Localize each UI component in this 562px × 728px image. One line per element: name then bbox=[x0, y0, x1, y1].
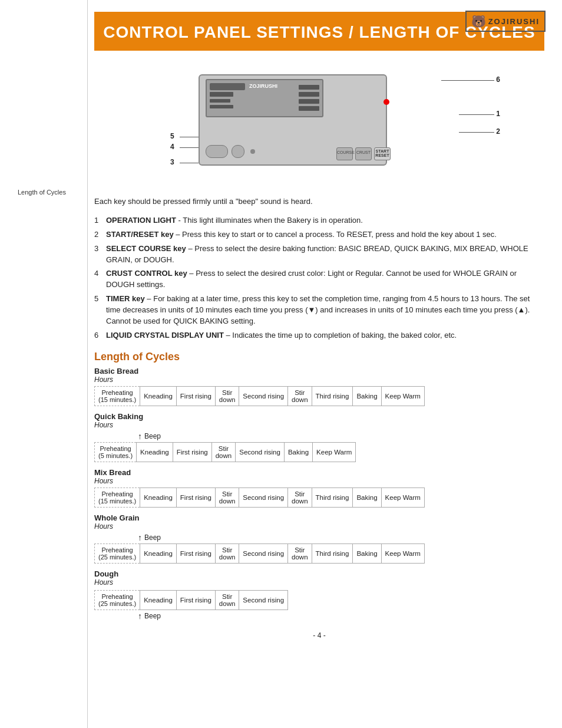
whole-grain-title: Whole Grain bbox=[94, 513, 544, 522]
cycle-cell: Second rising bbox=[239, 386, 288, 406]
margin-label: Length of Cycles bbox=[18, 189, 66, 196]
cycle-cell: First rising bbox=[176, 487, 215, 507]
cycle-cell: Second rising bbox=[239, 590, 288, 610]
mix-bread-hours: Hours bbox=[94, 477, 544, 485]
whole-grain-beep-arrow-icon: ↑ bbox=[138, 533, 142, 542]
left-sidebar-line bbox=[87, 0, 88, 728]
callout-line-4 bbox=[180, 147, 199, 148]
cycle-cell: Baking bbox=[284, 442, 312, 462]
mix-bread-table: Preheating(15 minutes.) Kneading First r… bbox=[94, 487, 425, 508]
key-6-bold: LIQUID CRYSTAL DISPLAY UNIT bbox=[106, 331, 224, 340]
page-number: - 4 - bbox=[94, 631, 544, 640]
callout-5: 5 bbox=[170, 132, 174, 140]
cycle-cell: Keep Warm bbox=[381, 487, 424, 507]
callout-6: 6 bbox=[496, 75, 500, 84]
basic-bread-table: Preheating(15 minutes.) Kneading First r… bbox=[94, 386, 425, 406]
cycle-cell: Preheating(15 minutes.) bbox=[95, 386, 140, 406]
dough-beep-arrow-icon: ↑ bbox=[138, 611, 142, 621]
whole-grain-section: Whole Grain Hours ↑ Beep Preheating(25 m… bbox=[94, 513, 544, 564]
quick-beep-row: ↑ Beep bbox=[94, 431, 544, 441]
cycle-cell: Third rising bbox=[312, 487, 353, 507]
cycle-cell: Stirdown bbox=[215, 386, 239, 406]
callout-line-6 bbox=[441, 80, 494, 81]
cycle-cell: Stirdown bbox=[215, 487, 239, 507]
dough-title: Dough bbox=[94, 569, 544, 578]
loc-title: Length of Cycles bbox=[94, 351, 544, 363]
cycle-cell: Preheating(15 minutes.) bbox=[95, 487, 140, 507]
cycle-cell: Keep Warm bbox=[313, 442, 356, 462]
cycle-cell: Stirdown bbox=[288, 487, 312, 507]
callout-2: 2 bbox=[496, 127, 500, 136]
cycle-cell: Baking bbox=[353, 386, 381, 406]
cycle-cell: Preheating(25 minutes.) bbox=[95, 543, 140, 563]
cycle-cell: Kneading bbox=[140, 487, 177, 507]
basic-bread-hours: Hours bbox=[94, 375, 544, 384]
quick-baking-hours: Hours bbox=[94, 421, 544, 429]
cycle-cell: Stirdown bbox=[215, 590, 239, 610]
callout-4: 4 bbox=[170, 143, 174, 151]
key-desc-3: 3 SELECT COURSE key – Press to select th… bbox=[94, 243, 544, 266]
cycle-cell: Kneading bbox=[140, 590, 177, 610]
key-6-text: – Indicates the time up to completion of… bbox=[224, 331, 457, 340]
callout-line-3 bbox=[180, 163, 199, 163]
cycle-cell: Preheating(25 minutes.) bbox=[95, 590, 140, 610]
mix-bread-title: Mix Bread bbox=[94, 468, 544, 477]
cycle-cell: Baking bbox=[353, 487, 381, 507]
cycle-cell: Preheating(5 minutes.) bbox=[95, 442, 137, 462]
cycle-cell: Second rising bbox=[239, 543, 288, 563]
callout-line-2 bbox=[459, 132, 494, 133]
whole-grain-table: Preheating(25 minutes.) Kneading First r… bbox=[94, 543, 425, 564]
description-section: Each key should be pressed firmly until … bbox=[94, 196, 544, 207]
key-descriptions-list: 1 OPERATION LIGHT - This light illuminat… bbox=[94, 215, 544, 341]
page: 🐻 ZOJIRUSHI Length of Cycles CONTROL PAN… bbox=[0, 0, 562, 728]
key-5-bold: TIMER key bbox=[106, 294, 145, 303]
key-2-bold: START/RESET key bbox=[106, 230, 174, 239]
logo-text: ZOJIRUSHI bbox=[488, 17, 540, 26]
cycle-cell: First rising bbox=[176, 386, 215, 406]
intro-text: Each key should be pressed firmly until … bbox=[94, 196, 544, 207]
cycle-cell: Second rising bbox=[236, 442, 285, 462]
dough-beep-row: ↑ Beep bbox=[94, 611, 544, 621]
cycle-cell: Second rising bbox=[239, 487, 288, 507]
diagram-wrapper: ZOJIRUSHI bbox=[128, 68, 511, 186]
cycle-cell: Keep Warm bbox=[381, 386, 424, 406]
logo-bear-icon: 🐻 bbox=[471, 14, 486, 28]
logo-box: 🐻 ZOJIRUSHI bbox=[465, 11, 546, 32]
dough-table: Preheating(25 minutes.) Kneading First r… bbox=[94, 590, 288, 610]
cycle-cell: First rising bbox=[176, 543, 215, 563]
cycle-cell: First rising bbox=[176, 590, 215, 610]
logo-area: 🐻 ZOJIRUSHI bbox=[465, 11, 546, 32]
quick-beep-arrow-icon: ↑ bbox=[138, 431, 142, 441]
quick-baking-table: Preheating(5 minutes.) Kneading First ri… bbox=[94, 442, 356, 462]
callout-line-1 bbox=[459, 114, 494, 115]
key-2-text: – Press this key to start or to cancel a… bbox=[174, 230, 497, 239]
basic-bread-title: Basic Bread bbox=[94, 367, 544, 375]
key-desc-5: 5 TIMER key – For baking at a later time… bbox=[94, 294, 544, 327]
callout-3: 3 bbox=[170, 158, 174, 166]
quick-baking-title: Quick Baking bbox=[94, 412, 544, 421]
bread-maker-image: ZOJIRUSHI bbox=[199, 74, 393, 169]
callout-line-5 bbox=[180, 137, 199, 137]
whole-grain-beep-row: ↑ Beep bbox=[94, 533, 544, 542]
key-desc-6: 6 LIQUID CRYSTAL DISPLAY UNIT – Indicate… bbox=[94, 330, 544, 341]
cycle-cell: Baking bbox=[353, 543, 381, 563]
key-desc-1: 1 OPERATION LIGHT - This light illuminat… bbox=[94, 215, 544, 226]
cycle-cell: First rising bbox=[173, 442, 211, 462]
callout-1: 1 bbox=[496, 110, 500, 118]
key-1-text: - This light illuminates when the Bakery… bbox=[176, 216, 363, 225]
cycle-cell: Stirdown bbox=[215, 543, 239, 563]
basic-bread-section: Basic Bread Hours Preheating(15 minutes.… bbox=[94, 367, 544, 406]
cycle-cell: Stirdown bbox=[211, 442, 236, 462]
key-desc-2: 2 START/RESET key – Press this key to st… bbox=[94, 229, 544, 241]
cycle-cell: Kneading bbox=[140, 386, 177, 406]
whole-grain-hours: Hours bbox=[94, 522, 544, 531]
dough-beep-label: Beep bbox=[144, 612, 161, 620]
dough-hours: Hours bbox=[94, 578, 544, 587]
whole-grain-beep-label: Beep bbox=[144, 533, 161, 542]
mix-bread-section: Mix Bread Hours Preheating(15 minutes.) … bbox=[94, 468, 544, 508]
cycle-cell: Third rising bbox=[312, 386, 353, 406]
main-content: CONTROL PANEL SETTINGS / LENGTH OF CYCLE… bbox=[94, 0, 562, 640]
cycle-cell: Third rising bbox=[312, 543, 353, 563]
key-1-bold: OPERATION LIGHT bbox=[106, 216, 176, 225]
key-3-bold: SELECT COURSE key bbox=[106, 244, 186, 253]
